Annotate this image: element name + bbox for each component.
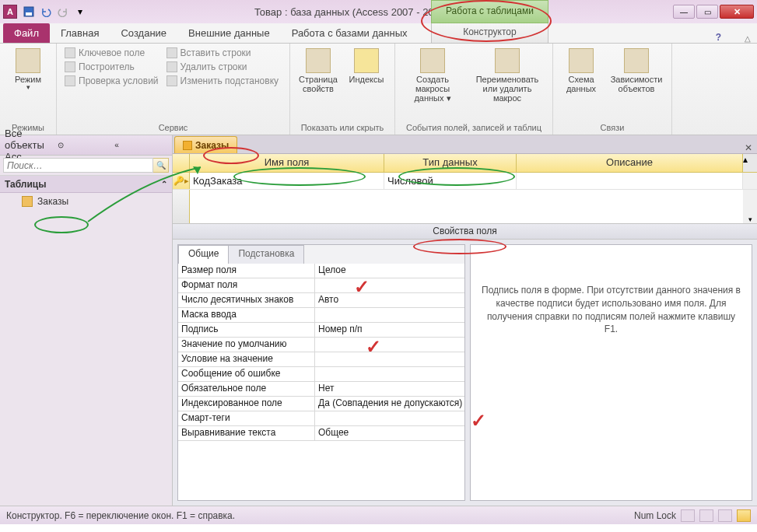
- col-field-name[interactable]: Имя поля: [190, 154, 384, 172]
- search-icon[interactable]: 🔍: [153, 158, 169, 173]
- property-row[interactable]: Обязательное полеНет: [178, 382, 464, 397]
- tab-create[interactable]: Создание: [110, 23, 177, 43]
- save-icon[interactable]: [22, 5, 36, 19]
- property-value[interactable]: [315, 338, 464, 352]
- delete-rows-button[interactable]: Удалить строки: [165, 61, 280, 73]
- collapse-ribbon-icon[interactable]: △: [745, 34, 751, 43]
- nav-collapse-icon[interactable]: «: [114, 141, 167, 149]
- property-row[interactable]: ПодписьНомер п/п: [178, 323, 464, 338]
- dependencies-icon: [624, 48, 649, 73]
- nav-group-tables[interactable]: Таблицы ⌃: [0, 176, 172, 193]
- validate-button[interactable]: Проверка условий: [63, 75, 160, 87]
- property-row[interactable]: Выравнивание текстаОбщее: [178, 426, 464, 441]
- group-label-show: Показать или скрыть: [296, 121, 388, 135]
- primary-key-icon: 🔑▸: [173, 176, 189, 186]
- scroll-up-button[interactable]: ▴: [743, 154, 757, 172]
- property-value[interactable]: [315, 367, 464, 381]
- nav-item-orders[interactable]: Заказы: [0, 193, 172, 210]
- property-value[interactable]: [315, 308, 464, 322]
- row-selector[interactable]: [173, 190, 190, 223]
- field-properties-pane: Общие Подстановка Размер поляЦелоеФормат…: [173, 240, 757, 506]
- property-row[interactable]: Число десятичных знаковАвто: [178, 293, 464, 308]
- col-data-type[interactable]: Тип данных: [384, 154, 517, 172]
- property-sheet-button[interactable]: Страница свойств: [296, 47, 340, 121]
- design-view-button[interactable]: [737, 509, 751, 522]
- scroll-down-button[interactable]: ▾: [743, 190, 757, 223]
- redo-icon[interactable]: [56, 5, 70, 19]
- rename-macro-icon: [495, 48, 520, 73]
- property-value[interactable]: [315, 278, 464, 292]
- tab-general[interactable]: Общие: [178, 245, 229, 264]
- indexes-button[interactable]: Индексы: [345, 47, 388, 121]
- primary-key-button[interactable]: Ключевое поле: [63, 47, 160, 59]
- property-value[interactable]: [315, 411, 464, 425]
- help-icon[interactable]: ?: [716, 32, 721, 43]
- nav-pane-header[interactable]: Все объекты Acc… ⊙ «: [0, 135, 172, 156]
- datasheet-view-button[interactable]: [681, 509, 695, 522]
- object-tab-orders[interactable]: Заказы: [174, 136, 237, 153]
- ribbon-group-events: Создать макросы данных ▾ Переименовать и…: [395, 44, 553, 135]
- property-value[interactable]: Да (Совпадения не допускаются): [315, 397, 464, 411]
- qat-dropdown-icon[interactable]: ▾: [73, 5, 87, 19]
- property-row[interactable]: Размер поляЦелое: [178, 264, 464, 278]
- numlock-indicator: Num Lock: [634, 510, 676, 521]
- col-description[interactable]: Описание: [517, 154, 743, 172]
- property-value[interactable]: Номер п/п: [315, 323, 464, 337]
- insert-rows-label: Вставить строки: [180, 47, 251, 58]
- pivot-table-view-button[interactable]: [699, 509, 713, 522]
- property-value[interactable]: [315, 352, 464, 366]
- tab-lookup[interactable]: Подстановка: [228, 245, 304, 264]
- create-data-macros-button[interactable]: Создать макросы данных ▾: [401, 47, 464, 121]
- field-desc-cell[interactable]: [517, 173, 743, 189]
- maximize-button[interactable]: ▭: [696, 5, 718, 19]
- relationships-button[interactable]: Схема данных: [559, 47, 603, 121]
- pivot-chart-view-button[interactable]: [718, 509, 732, 522]
- empty-rows[interactable]: ▾: [173, 190, 757, 224]
- property-row[interactable]: Смарт-теги: [178, 411, 464, 426]
- close-tab-icon[interactable]: ✕: [745, 142, 752, 153]
- modify-lookup-button[interactable]: Изменить подстановку: [165, 75, 280, 87]
- modify-lookup-label: Изменить подстановку: [180, 75, 279, 86]
- builder-button[interactable]: Построитель: [63, 61, 160, 73]
- property-row[interactable]: Условие на значение: [178, 352, 464, 367]
- tab-external-data[interactable]: Внешние данные: [177, 23, 281, 43]
- navigation-pane: Все объекты Acc… ⊙ « 🔍 Таблицы ⌃ Заказы: [0, 135, 173, 506]
- field-type-cell[interactable]: Числовой: [384, 173, 517, 189]
- group-label-rel: Связи: [559, 121, 665, 135]
- nav-dropdown-icon[interactable]: ⊙: [58, 141, 110, 149]
- property-row[interactable]: Значение по умолчанию: [178, 338, 464, 352]
- property-row[interactable]: Формат поля: [178, 278, 464, 293]
- validate-icon: [65, 75, 75, 86]
- tab-home[interactable]: Главная: [50, 23, 110, 43]
- property-rows: Размер поляЦелоеФормат поляЧисло десятич…: [178, 264, 464, 500]
- tab-design[interactable]: Конструктор: [431, 23, 548, 44]
- minimize-button[interactable]: —: [673, 5, 695, 19]
- property-name: Условие на значение: [178, 352, 315, 366]
- property-value[interactable]: Общее: [315, 426, 464, 440]
- field-properties-title: Свойства поля: [173, 224, 757, 240]
- insert-rows-button[interactable]: Вставить строки: [165, 47, 280, 59]
- property-row[interactable]: Сообщение об ошибке: [178, 367, 464, 382]
- tab-database-tools[interactable]: Работа с базами данных: [281, 23, 419, 43]
- quick-access-toolbar: ▾: [22, 5, 87, 19]
- search-input[interactable]: [3, 158, 153, 173]
- property-value[interactable]: Нет: [315, 382, 464, 396]
- property-row[interactable]: Индексированное полеДа (Совпадения не до…: [178, 397, 464, 411]
- close-button[interactable]: ✕: [720, 5, 754, 19]
- row-selector[interactable]: 🔑▸: [173, 173, 190, 189]
- field-row[interactable]: 🔑▸ КодЗаказа Числовой: [173, 173, 757, 190]
- property-value[interactable]: Авто: [315, 293, 464, 307]
- object-dependencies-button[interactable]: Зависимости объектов: [608, 47, 665, 121]
- property-value[interactable]: Целое: [315, 264, 464, 278]
- undo-icon[interactable]: [39, 5, 53, 19]
- view-button[interactable]: Режим ▾: [6, 47, 50, 121]
- property-row[interactable]: Маска ввода: [178, 308, 464, 323]
- insert-rows-icon: [166, 47, 177, 58]
- scrollbar-track[interactable]: [743, 173, 757, 189]
- field-name-cell[interactable]: КодЗаказа: [190, 173, 384, 189]
- ribbon-group-show-hide: Страница свойств Индексы Показать или ск…: [290, 44, 395, 135]
- rename-delete-macro-button[interactable]: Переименовать или удалить макрос: [468, 47, 546, 121]
- view-icon: [16, 48, 40, 73]
- tab-file[interactable]: Файл: [3, 23, 50, 43]
- property-help-text: Подпись поля в форме. При отсутствии дан…: [470, 244, 752, 501]
